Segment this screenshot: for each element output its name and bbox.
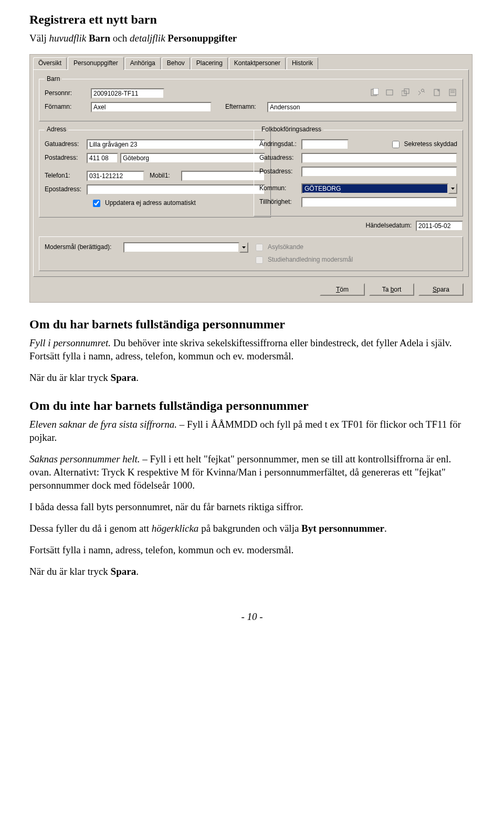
tab-anhoriga[interactable]: Anhöriga [125,57,161,69]
input-postort[interactable] [120,153,265,163]
input-telefon1[interactable] [87,171,144,181]
spark-icon[interactable] [417,88,426,97]
ta-bort-button[interactable]: Ta bort [369,283,414,296]
form-icon[interactable] [449,88,457,97]
input-handelsedatum[interactable] [416,221,463,231]
tabstrip: Översikt Personuppgifter Anhöriga Behov … [30,55,472,69]
section1-title: Om du har barnets fullständiga personnum… [29,316,475,333]
sheet-icon[interactable] [370,88,379,97]
label-fornamn: Förnamn: [45,103,91,111]
section2-p4: Dessa fyller du då i genom att högerklic… [29,522,475,535]
tab-kontaktpersoner[interactable]: Kontaktpersoner [229,57,286,69]
box-icon[interactable] [386,88,394,97]
svg-point-5 [422,89,424,92]
label-handelsedatum: Händelsedatum: [366,222,412,230]
tab-historik[interactable]: Historik [287,57,318,69]
label-tillhorighet: Tillhörighet: [259,198,301,206]
tab-oversikt[interactable]: Översikt [33,57,67,69]
cb-uppdatera[interactable] [93,200,100,207]
section2-p1: Eleven saknar de fyra sista siffrorna. –… [29,418,475,444]
fieldset-extra: Modersmål (berättigad): As [39,236,463,271]
label-modersmal: Modersmål (berättigad): [45,243,123,252]
tab-placering[interactable]: Placering [191,57,228,69]
input-modersmal[interactable] [123,242,239,253]
label-andringsdat: Ändringsdat.: [259,140,301,149]
legend-folkbokforing: Folkbokföringsadress [259,126,323,134]
page-number: - 10 - [29,610,475,623]
section1-p1: Fyll i personnumret. Du behöver inte skr… [29,336,475,363]
overlap-icon[interactable] [402,88,410,97]
section2-p6: När du är klar tryck Spara. [29,565,475,578]
doc-intro: Välj huvudflik Barn och detaljflik Perso… [29,32,475,45]
input-epost[interactable] [87,184,265,195]
label-studiehandledning: Studiehandledning modersmål [268,256,353,264]
legacy-form: Översikt Personuppgifter Anhöriga Behov … [29,54,472,303]
label-kommun: Kommun: [259,184,301,193]
input-fornamn[interactable] [91,102,212,112]
fieldset-barn: Barn [39,75,463,122]
section1-p2: När du är klar tryck Spara. [29,371,475,384]
toolbar-icons [370,88,457,97]
input-f-postadress[interactable] [301,167,457,177]
input-andringsdat[interactable] [301,139,349,150]
section2-title: Om du inte har barnets fullständiga pers… [29,398,475,415]
note-icon[interactable] [433,88,442,97]
input-personnr[interactable] [91,88,164,99]
legend-barn: Barn [45,75,62,84]
section2-p3: I båda dessa fall byts personnumret, när… [29,500,475,513]
spara-button[interactable]: Spara [418,283,464,296]
svg-marker-10 [451,188,455,190]
doc-title: Registrera ett nytt barn [29,12,475,28]
input-tillhorighet[interactable] [301,197,457,208]
input-postnr[interactable] [87,153,118,163]
chevron-down-icon[interactable] [239,242,248,253]
cb-asylsokande [256,244,263,251]
svg-rect-2 [386,90,393,95]
label-epost: Epostadress: [45,185,87,194]
fieldset-folkbokforing: Folkbokföringsadress Ändringsdat.: Sekre… [254,126,463,216]
label-f-postadress: Postadress: [259,168,301,176]
section2-p2: Saknas personnummer helt. – Fyll i ett h… [29,452,475,492]
tab-personuppgifter[interactable]: Personuppgifter [68,57,124,70]
label-telefon1: Telefon1: [45,172,87,180]
fieldset-adress: Adress Gatuadress: Postadress: [39,126,271,218]
tom-button[interactable]: Töm [320,283,365,296]
tab-behov[interactable]: Behov [162,57,190,69]
cb-studiehandledning [256,256,263,264]
svg-rect-1 [373,88,379,95]
cb-sekretess[interactable] [392,141,400,148]
input-mobil1[interactable] [181,171,265,181]
button-bar: Töm Ta bort Spara [30,280,472,297]
section2-p5: Fortsätt fylla i namn, adress, telefon, … [29,543,475,556]
legend-adress: Adress [45,126,68,134]
label-mobil1: Mobil1: [150,172,181,180]
input-gatuadress[interactable] [87,139,265,150]
label-personnr: Personnr: [45,89,91,98]
label-sekretess: Sekretess skyddad [404,140,457,149]
label-gatuadress: Gatuadress: [45,140,87,149]
chevron-down-icon[interactable] [448,183,457,194]
label-postadress: Postadress: [45,154,87,162]
input-efternamn[interactable] [267,102,457,112]
input-f-gatuadress[interactable] [301,153,457,163]
svg-marker-11 [242,246,246,249]
label-uppdatera: Uppdatera ej adress automatiskt [105,199,196,208]
label-asylsokande: Asylsökande [268,243,303,252]
select-kommun[interactable]: GÖTEBORG [301,183,457,194]
label-efternamn: Efternamn: [225,103,267,111]
label-f-gatuadress: Gatuadress: [259,154,301,162]
